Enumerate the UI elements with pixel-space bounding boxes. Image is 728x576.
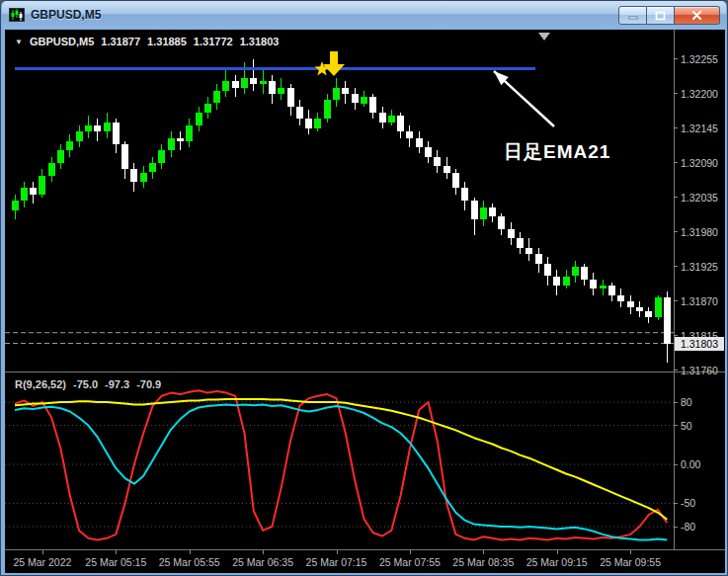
time-tick-label: 25 Mar 09:15: [526, 556, 588, 568]
indicator-value-r9: -75.0: [73, 378, 98, 390]
price-tick-label: 1.32255: [681, 53, 718, 65]
chart-shift-marker-icon[interactable]: [538, 33, 550, 41]
indicator-tick-label: 0.00: [681, 458, 700, 470]
price-tick-label: 1.31980: [681, 226, 718, 238]
indicator-value-r26: -97.3: [105, 378, 129, 390]
star-object[interactable]: [314, 61, 329, 76]
time-tick: [263, 550, 264, 554]
price-tick: [674, 370, 678, 370]
maximize-icon: [655, 11, 666, 21]
indicator-tick-label: 50: [681, 420, 692, 432]
window-splitter[interactable]: [5, 371, 725, 372]
indicator-tick: [674, 527, 678, 528]
window-title: GBPUSD,M5: [31, 8, 101, 22]
minimize-icon: [628, 11, 638, 20]
window-controls: [618, 6, 720, 25]
indicator-tick-label: -80: [681, 521, 695, 533]
time-tick-label: 25 Mar 05:55: [159, 556, 220, 568]
time-tick-label: 25 Mar 08:35: [452, 556, 514, 568]
indicator-info-line: R(9,26,52) -75.0 -97.3 -70.9: [15, 378, 161, 390]
time-tick-label: 25 Mar 06:35: [232, 556, 293, 568]
time-tick: [116, 550, 117, 554]
price-tick-label: 1.32145: [681, 123, 718, 134]
price-tick-label: 1.32090: [681, 157, 718, 169]
price-tick: [674, 127, 678, 128]
price-tick: [674, 300, 678, 301]
price-tick-label: 1.32200: [681, 88, 718, 100]
bid-price-badge: 1.31803: [675, 337, 724, 351]
window-titlebar[interactable]: GBPUSD,M5: [2, 1, 726, 29]
ema-annotation-label[interactable]: 日足EMA21: [504, 139, 610, 165]
info-low: 1.31772: [194, 36, 233, 48]
time-tick-label: 25 Mar 2022: [13, 556, 71, 568]
price-scale-separator[interactable]: [674, 30, 675, 550]
time-tick: [557, 550, 558, 554]
indicator-value-r52: -70.9: [136, 378, 161, 390]
indicator-name: R(9,26,52): [15, 378, 66, 390]
time-tick-label: 25 Mar 09:55: [600, 556, 661, 568]
down-arrow-object[interactable]: [323, 51, 345, 76]
info-open: 1.31877: [101, 36, 140, 48]
time-tick: [337, 550, 338, 554]
indicator-tick: [674, 503, 678, 504]
time-tick: [630, 550, 631, 554]
indicator-tick: [674, 464, 678, 465]
chart-info-line[interactable]: ▼ GBPUSD,M5 1.31877 1.31885 1.31772 1.31…: [15, 36, 279, 48]
price-tick: [674, 231, 678, 232]
time-tick: [410, 550, 411, 554]
candles-layer: [12, 59, 671, 363]
indicator-tick: [674, 402, 678, 403]
time-tick-label: 25 Mar 07:55: [379, 556, 441, 568]
info-symbol-period: GBPUSD,M5: [30, 36, 94, 48]
close-button[interactable]: [675, 6, 720, 25]
chart-window: GBPUSD,M5 ▼ GBPUSD,M5 1.31877 1.31885 1.…: [0, 0, 728, 576]
price-tick: [674, 266, 678, 267]
main-chart-svg[interactable]: [5, 30, 674, 371]
chart-client: ▼ GBPUSD,M5 1.31877 1.31885 1.31772 1.31…: [5, 30, 725, 573]
time-tick-label: 25 Mar 05:15: [85, 556, 146, 568]
indicator-line-R26: [15, 404, 667, 539]
price-tick-label: 1.31760: [681, 365, 718, 376]
price-tick: [674, 197, 678, 198]
info-high: 1.31885: [147, 36, 187, 48]
price-tick: [674, 162, 678, 163]
window-icon: [9, 8, 25, 22]
indicator-line-R9: [15, 390, 667, 539]
maximize-button[interactable]: [647, 6, 675, 25]
indicator-tick-label: 80: [681, 396, 692, 408]
symbol-dropdown-icon[interactable]: ▼: [15, 36, 23, 48]
close-icon: [691, 11, 702, 21]
price-tick: [674, 58, 678, 59]
time-tick: [190, 550, 191, 554]
indicator-tick-label: -50: [681, 497, 695, 509]
price-tick-label: 1.32035: [681, 192, 718, 204]
indicator-svg[interactable]: [5, 374, 674, 549]
time-tick-label: 25 Mar 07:15: [306, 556, 367, 568]
indicator-tick: [674, 425, 678, 426]
time-tick: [483, 550, 484, 554]
price-tick: [674, 93, 678, 94]
price-tick-label: 1.31870: [681, 295, 718, 307]
price-tick-label: 1.31925: [681, 261, 718, 273]
time-tick: [42, 550, 43, 554]
minimize-button[interactable]: [618, 6, 647, 25]
info-close: 1.31803: [240, 36, 280, 48]
